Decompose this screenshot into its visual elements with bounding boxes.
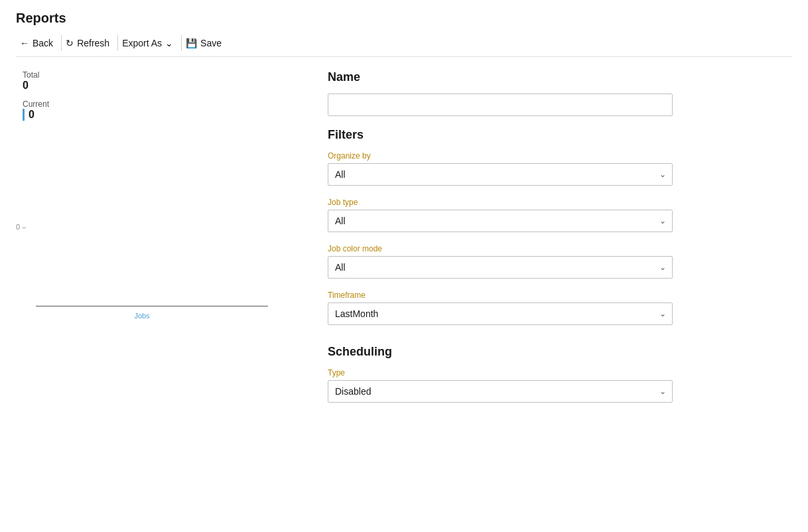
chart-section: Total 0 Current 0 0 – Jobs (16, 70, 301, 415)
filters-section-title: Filters (328, 128, 673, 142)
chevron-down-icon: ⌄ (165, 38, 173, 48)
organize-by-wrapper: All User Device Group ⌄ (328, 163, 673, 186)
total-value: 0 (23, 80, 301, 92)
name-section: Name (328, 70, 673, 116)
scheduling-section: Scheduling Type Disabled Daily Weekly Mo… (328, 345, 673, 403)
job-type-select[interactable]: All Print Copy Scan Fax (328, 210, 673, 232)
job-type-label: Job type (328, 198, 673, 207)
name-form-group (328, 94, 673, 116)
scheduling-type-wrapper: Disabled Daily Weekly Monthly ⌄ (328, 380, 673, 403)
timeframe-label: Timeframe (328, 291, 673, 300)
export-button[interactable]: Export As ⌄ (118, 35, 182, 51)
save-icon: 💾 (186, 38, 197, 48)
back-icon: ← (20, 38, 29, 48)
chart-stats: Total 0 Current 0 (16, 70, 301, 121)
total-stat: Total 0 (23, 70, 301, 92)
current-stat: Current 0 (23, 100, 301, 121)
scheduling-type-select[interactable]: Disabled Daily Weekly Monthly (328, 380, 673, 403)
scheduling-type-label: Type (328, 368, 673, 377)
organize-by-select[interactable]: All User Device Group (328, 163, 673, 186)
job-color-mode-group: Job color mode All Color Monochrome ⌄ (328, 244, 673, 279)
timeframe-group: Timeframe LastMonth LastWeek LastYear Cu… (328, 291, 673, 325)
name-section-title: Name (328, 70, 673, 84)
chart-area: 0 – Jobs (16, 134, 268, 320)
scheduling-section-title: Scheduling (328, 345, 673, 359)
timeframe-select[interactable]: LastMonth LastWeek LastYear Custom (328, 302, 673, 325)
scheduling-type-group: Type Disabled Daily Weekly Monthly ⌄ (328, 368, 673, 403)
save-button[interactable]: 💾 Save (182, 35, 230, 51)
job-type-group: Job type All Print Copy Scan Fax ⌄ (328, 198, 673, 232)
job-color-mode-select[interactable]: All Color Monochrome (328, 256, 673, 279)
toolbar: ← Back ↻ Refresh Export As ⌄ 💾 Save (16, 35, 792, 57)
organize-by-label: Organize by (328, 151, 673, 161)
filters-section: Filters Organize by All User Device Grou… (328, 128, 673, 325)
current-value: 0 (23, 109, 301, 121)
job-type-wrapper: All Print Copy Scan Fax ⌄ (328, 210, 673, 232)
form-section: Name Filters Organize by All User Device (328, 70, 673, 415)
organize-by-group: Organize by All User Device Group ⌄ (328, 151, 673, 186)
total-label: Total (23, 70, 301, 80)
chart-canvas (36, 134, 268, 306)
current-label: Current (23, 100, 301, 109)
y-axis-label: 0 – (16, 223, 26, 231)
timeframe-wrapper: LastMonth LastWeek LastYear Custom ⌄ (328, 302, 673, 325)
x-axis-label: Jobs (134, 312, 149, 320)
page-title: Reports (16, 11, 792, 26)
back-button[interactable]: ← Back (16, 35, 62, 51)
name-input[interactable] (328, 94, 673, 116)
refresh-icon: ↻ (66, 38, 74, 48)
job-color-mode-label: Job color mode (328, 244, 673, 253)
job-color-mode-wrapper: All Color Monochrome ⌄ (328, 256, 673, 279)
refresh-button[interactable]: ↻ Refresh (62, 35, 118, 51)
content-area: Total 0 Current 0 0 – Jobs Name (16, 70, 792, 415)
